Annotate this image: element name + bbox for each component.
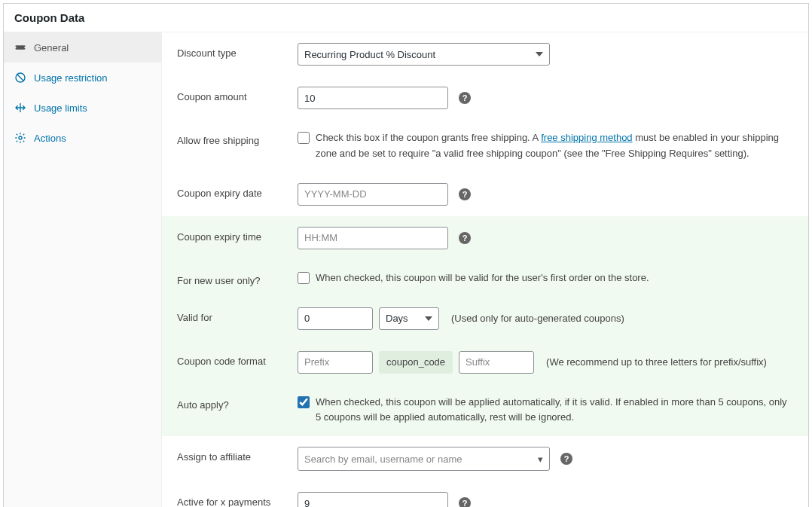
valid-for-input[interactable] xyxy=(298,307,373,330)
valid-for-unit-select[interactable]: Days xyxy=(379,307,439,330)
row-discount-type: Discount type Recurring Product % Discou… xyxy=(162,32,808,76)
help-icon[interactable]: ? xyxy=(459,497,471,507)
discount-type-select[interactable]: Recurring Product % Discount xyxy=(298,43,550,66)
auto-apply-text: When checked, this coupon will be applie… xyxy=(316,395,793,426)
valid-for-hint: (Used only for auto-generated coupons) xyxy=(451,307,624,330)
sidebar-item-label: Actions xyxy=(34,133,66,144)
new-user-text: When checked, this coupon will be valid … xyxy=(316,270,649,286)
help-icon[interactable]: ? xyxy=(459,188,471,200)
row-new-user: For new user only? When checked, this co… xyxy=(162,260,808,297)
help-icon[interactable]: ? xyxy=(459,232,471,244)
label-active-payments: Active for x payments xyxy=(177,492,298,507)
expiry-date-input[interactable] xyxy=(298,183,448,206)
ticket-icon xyxy=(14,41,26,53)
help-icon[interactable]: ? xyxy=(560,453,572,465)
block-icon xyxy=(14,72,26,84)
row-valid-for: Valid for Days (Used only for auto-gener… xyxy=(162,297,808,341)
sidebar-item-label: General xyxy=(34,42,69,53)
content: Discount type Recurring Product % Discou… xyxy=(162,32,808,507)
free-shipping-checkbox[interactable] xyxy=(298,132,310,144)
row-auto-apply: Auto apply? When checked, this coupon wi… xyxy=(162,384,808,437)
row-coupon-amount: Coupon amount ? xyxy=(162,76,808,120)
row-active-payments: Active for x payments ? xyxy=(162,481,808,507)
label-coupon-amount: Coupon amount xyxy=(177,87,298,102)
code-format-hint: (We recommend up to three letters for pr… xyxy=(546,351,767,374)
panel-body: General Usage restriction Usage limits A… xyxy=(4,32,808,507)
label-affiliate: Assign to affiliate xyxy=(177,447,298,463)
help-icon[interactable]: ? xyxy=(459,92,471,104)
label-free-shipping: Allow free shipping xyxy=(177,130,298,146)
free-shipping-text: Check this box if the coupon grants free… xyxy=(316,130,793,162)
active-payments-input[interactable] xyxy=(298,492,448,507)
auto-apply-checkbox[interactable] xyxy=(298,396,310,408)
sidebar-item-label: Usage limits xyxy=(34,102,87,114)
move-icon xyxy=(14,102,26,114)
row-affiliate: Assign to affiliate Search by email, use… xyxy=(162,436,808,481)
sidebar: General Usage restriction Usage limits A… xyxy=(4,32,162,507)
svg-line-1 xyxy=(17,74,23,81)
affiliate-placeholder: Search by email, username or name xyxy=(304,454,462,465)
sidebar-item-usage-limits[interactable]: Usage limits xyxy=(4,93,161,123)
label-expiry-date: Coupon expiry date xyxy=(177,183,298,199)
coupon-data-panel: Coupon Data General Usage restriction Us… xyxy=(3,3,809,507)
expiry-time-input[interactable] xyxy=(298,227,448,249)
label-auto-apply: Auto apply? xyxy=(177,395,298,411)
label-code-format: Coupon code format xyxy=(177,351,298,367)
label-valid-for: Valid for xyxy=(177,307,298,323)
row-expiry-time: Coupon expiry time ? xyxy=(162,216,808,260)
coupon-amount-input[interactable] xyxy=(298,87,448,109)
row-expiry-date: Coupon expiry date ? xyxy=(162,173,808,216)
prefix-input[interactable] xyxy=(298,351,373,374)
code-format-code: coupon_code xyxy=(379,351,453,374)
label-discount-type: Discount type xyxy=(177,43,298,59)
sidebar-item-label: Usage restriction xyxy=(34,72,108,84)
label-expiry-time: Coupon expiry time xyxy=(177,227,298,243)
new-user-checkbox[interactable] xyxy=(298,272,310,284)
panel-header: Coupon Data xyxy=(4,4,808,32)
chevron-down-icon: ▾ xyxy=(538,454,543,465)
sidebar-item-actions[interactable]: Actions xyxy=(4,123,161,153)
page-title: Coupon Data xyxy=(14,11,798,24)
sidebar-item-general[interactable]: General xyxy=(4,32,161,63)
sidebar-item-usage-restriction[interactable]: Usage restriction xyxy=(4,63,161,93)
label-new-user: For new user only? xyxy=(177,270,298,286)
svg-point-2 xyxy=(19,136,22,139)
gear-icon xyxy=(14,132,26,144)
row-code-format: Coupon code format coupon_code (We recom… xyxy=(162,341,808,384)
affiliate-select[interactable]: Search by email, username or name ▾ xyxy=(298,447,550,471)
row-free-shipping: Allow free shipping Check this box if th… xyxy=(162,120,808,173)
suffix-input[interactable] xyxy=(459,351,534,374)
free-shipping-link[interactable]: free shipping method xyxy=(541,132,632,143)
